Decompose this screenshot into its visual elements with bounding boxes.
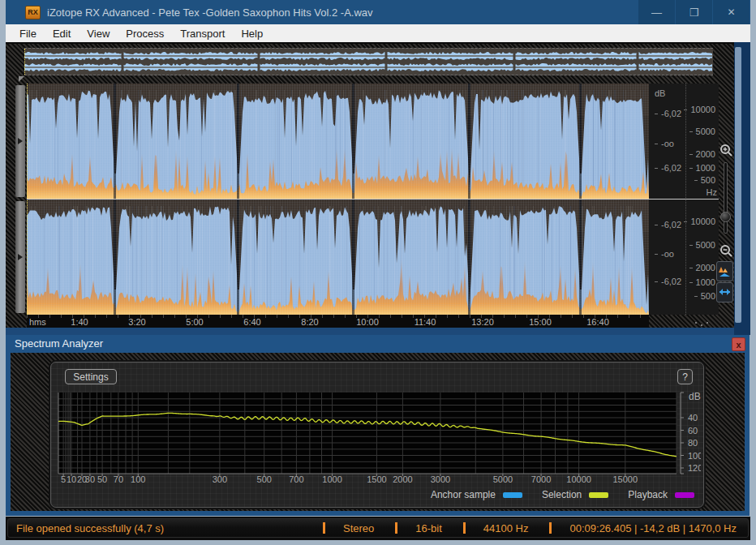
- time-tick: 8:20: [301, 317, 318, 327]
- vertical-scroll-area: [734, 42, 750, 335]
- maximize-button[interactable]: ❒: [676, 0, 712, 24]
- status-bar-inner: File opened successfully (4,7 s) Stereo …: [7, 518, 749, 538]
- app-window: RX iZotope RX Advanced - Pete Tex -Golde…: [0, 0, 756, 545]
- spectrogram-waveform-toggle-button[interactable]: [716, 261, 733, 281]
- legend-label: Playback: [628, 489, 668, 500]
- svg-text:10: 10: [67, 474, 76, 484]
- time-tick: 3:20: [128, 317, 145, 327]
- time-tick: 1:40: [71, 317, 88, 327]
- svg-text:1000: 1000: [322, 474, 341, 484]
- hz-label: 2000: [689, 263, 715, 272]
- menu-transport[interactable]: Transport: [172, 28, 233, 40]
- hz-scale-header: Hz: [707, 187, 717, 197]
- overview-resize-grip[interactable]: [19, 76, 24, 82]
- resize-grip: [707, 322, 708, 324]
- channel-arrow-icon: [18, 138, 23, 144]
- time-ruler-unit: hms: [29, 317, 46, 327]
- menu-edit[interactable]: Edit: [45, 28, 79, 40]
- svg-text:1500: 1500: [367, 474, 386, 484]
- svg-text:dB: dB: [689, 391, 701, 402]
- anchor-sample-swatch: [503, 492, 522, 498]
- time-tick: 10:00: [356, 317, 379, 327]
- channel-mode: Stereo: [343, 522, 374, 534]
- hz-label: 5000: [689, 240, 715, 250]
- svg-text:2000: 2000: [393, 474, 412, 484]
- svg-text:40: 40: [688, 413, 698, 423]
- menu-view[interactable]: View: [79, 28, 118, 40]
- svg-text:3000: 3000: [431, 474, 450, 484]
- db-scale-header: dB: [655, 88, 665, 98]
- svg-text:500: 500: [257, 474, 272, 484]
- svg-text:60: 60: [688, 426, 698, 436]
- window-title: iZotope RX Advanced - Pete Tex -Golden S…: [47, 6, 373, 19]
- svg-text:70: 70: [114, 474, 123, 484]
- close-button[interactable]: ✕: [713, 0, 750, 24]
- svg-text:80: 80: [688, 438, 698, 448]
- svg-text:100: 100: [131, 474, 145, 484]
- menu-process[interactable]: Process: [118, 28, 172, 40]
- time-tick: 16:40: [586, 317, 609, 327]
- hz-label: 500: [694, 291, 715, 301]
- cursor-readout: 00:09:26.405 | -14,2 dB | 1470,0 Hz: [569, 522, 737, 534]
- svg-text:15000: 15000: [613, 474, 638, 484]
- bit-depth: 16-bit: [415, 522, 442, 534]
- svg-text:100: 100: [688, 451, 701, 461]
- channel-arrow-icon: [18, 254, 23, 260]
- menu-bar: File Edit View Process Transport Help: [6, 24, 750, 42]
- status-message: File opened successfully (4,7 s): [16, 522, 164, 534]
- hz-label: 10000: [684, 105, 715, 114]
- db-label: -6,02: [655, 109, 681, 118]
- legend-playback: Playback: [628, 489, 694, 500]
- channel-tab-right[interactable]: [15, 201, 25, 313]
- horizontal-scrollbar[interactable]: [6, 328, 734, 335]
- channel-divider: [27, 199, 719, 200]
- svg-text:700: 700: [289, 474, 303, 484]
- zoom-slider-track[interactable]: [724, 162, 728, 234]
- settings-button[interactable]: Settings: [65, 369, 117, 384]
- svg-text:5000: 5000: [493, 474, 513, 484]
- legend-anchor-sample: Anchor sample: [431, 489, 522, 500]
- title-bar[interactable]: RX iZotope RX Advanced - Pete Tex -Golde…: [6, 0, 750, 24]
- spectrum-analyzer-title: Spectrum Analyzer: [15, 337, 103, 350]
- hz-label: 1000: [689, 277, 715, 287]
- time-tick: 13:20: [471, 317, 494, 327]
- status-separator: [549, 522, 552, 534]
- resize-grip: [701, 324, 702, 326]
- zoom-slider-knob[interactable]: [720, 212, 731, 222]
- db-label: -6,02: [655, 163, 681, 173]
- resize-grip: [695, 322, 697, 324]
- svg-text:120: 120: [688, 463, 701, 473]
- channel-tab-left[interactable]: [15, 85, 25, 197]
- status-bar: File opened successfully (4,7 s) Stereo …: [6, 517, 750, 540]
- overview-waveform[interactable]: [24, 48, 713, 75]
- spectrum-analyzer-close-button[interactable]: x: [732, 337, 745, 351]
- app-icon: RX: [25, 6, 41, 19]
- hz-label: 1000: [689, 163, 715, 173]
- svg-text:50: 50: [97, 474, 107, 484]
- svg-text:10000: 10000: [566, 474, 591, 484]
- time-ruler[interactable]: hms 1:40 3:20 5:00 6:40 8:20 10:00 11:40…: [6, 315, 734, 328]
- zoom-in-icon[interactable]: [719, 144, 733, 157]
- overview-waveform-svg: [24, 49, 713, 75]
- fit-selection-button[interactable]: [716, 282, 733, 303]
- hz-label: 2000: [689, 149, 715, 159]
- playback-swatch: [675, 492, 694, 498]
- hz-label: 10000: [684, 217, 715, 226]
- help-button[interactable]: ?: [677, 369, 693, 384]
- spectrum-plot: dB40608010012051020305070100300500700100…: [52, 387, 701, 486]
- status-separator: [323, 522, 325, 534]
- minimize-button[interactable]: —: [638, 0, 675, 24]
- status-separator: [395, 522, 397, 534]
- spectrogram-channel-1[interactable]: [27, 84, 649, 199]
- legend-selection: Selection: [542, 489, 608, 500]
- zoom-out-icon[interactable]: [719, 244, 733, 258]
- menu-help[interactable]: Help: [233, 28, 271, 40]
- vertical-scrollbar[interactable]: [735, 47, 741, 323]
- db-label: -6,02: [655, 220, 681, 230]
- db-label: -oo: [655, 249, 674, 259]
- menu-file[interactable]: File: [11, 28, 45, 40]
- window-frame-right: [750, 0, 756, 545]
- spectrogram-channel-2[interactable]: [27, 200, 649, 315]
- legend-label: Anchor sample: [431, 489, 496, 500]
- spectrum-legend: Anchor sample Selection Playback: [341, 487, 694, 502]
